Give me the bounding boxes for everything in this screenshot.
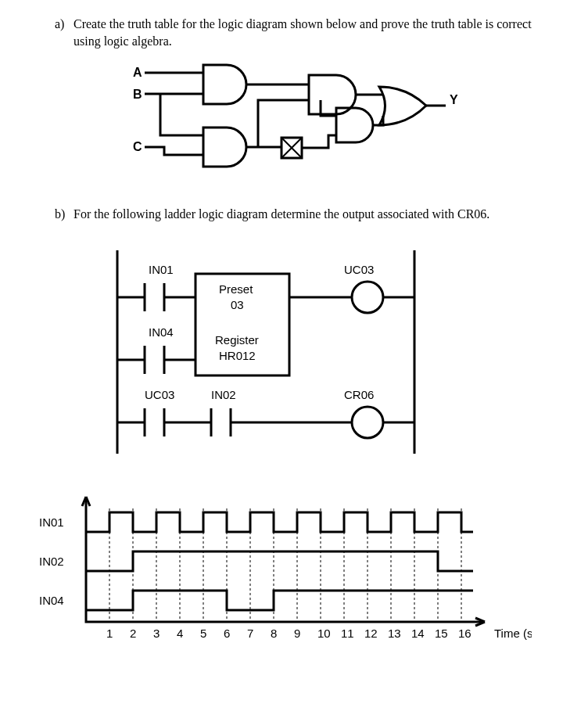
x-tick: 12 bbox=[364, 627, 378, 640]
contact-icon bbox=[145, 283, 164, 311]
x-tick: 8 bbox=[271, 627, 277, 640]
wire bbox=[145, 147, 203, 155]
x-tick: 2 bbox=[130, 627, 136, 640]
wire bbox=[302, 135, 336, 148]
timing-diagram: IN01 IN02 IN04 Time (s) 1234567891011121… bbox=[31, 489, 557, 645]
axis bbox=[86, 497, 485, 622]
waveform-IN04 bbox=[86, 591, 473, 610]
and-gate-icon bbox=[203, 128, 246, 167]
ladder-diagram-svg: IN01 Preset 03 Register HR012 IN04 UC03 … bbox=[102, 242, 430, 462]
or-gate-icon bbox=[379, 87, 426, 125]
preset-value: 03 bbox=[231, 298, 244, 311]
grid-dashed bbox=[109, 508, 461, 622]
preset-label: Preset bbox=[219, 282, 253, 296]
signal-label: IN01 bbox=[39, 515, 64, 529]
waveform-IN02 bbox=[86, 551, 473, 571]
wire bbox=[160, 94, 203, 135]
input-C-label: C bbox=[133, 140, 142, 153]
coil-label: CR06 bbox=[344, 388, 374, 401]
coil-icon bbox=[352, 407, 383, 438]
contact-icon bbox=[145, 408, 164, 436]
x-tick: 16 bbox=[458, 627, 471, 640]
question-b-label: b) bbox=[55, 206, 74, 223]
x-tick: 7 bbox=[247, 627, 253, 640]
x-tick: 1 bbox=[106, 627, 113, 640]
x-tick: 3 bbox=[153, 627, 160, 640]
register-value: HR012 bbox=[219, 349, 256, 362]
x-tick: 6 bbox=[224, 627, 230, 640]
question-a-text: Create the truth table for the logic dia… bbox=[74, 16, 557, 49]
coil-icon bbox=[352, 282, 383, 313]
contact-label: IN02 bbox=[211, 388, 236, 401]
coil-label: UC03 bbox=[344, 263, 374, 276]
output-Y-label: Y bbox=[450, 93, 458, 106]
question-b: b) For the following ladder logic diagra… bbox=[55, 206, 557, 223]
x-tick: 14 bbox=[411, 627, 425, 640]
not-gate-icon bbox=[281, 138, 302, 158]
input-B-label: B bbox=[133, 88, 142, 101]
x-tick-labels: 12345678910111213141516 bbox=[106, 627, 471, 640]
contact-label: IN01 bbox=[149, 263, 174, 276]
x-tick: 9 bbox=[294, 627, 300, 640]
x-tick: 5 bbox=[200, 627, 206, 640]
question-a: a) Create the truth table for the logic … bbox=[55, 16, 557, 49]
contact-label: UC03 bbox=[145, 388, 174, 401]
question-a-label: a) bbox=[55, 16, 74, 33]
contact-icon bbox=[211, 408, 231, 436]
contact-icon bbox=[145, 346, 164, 374]
x-tick: 15 bbox=[435, 627, 448, 640]
x-tick: 11 bbox=[341, 627, 354, 640]
register-label: Register bbox=[215, 333, 259, 347]
x-tick: 13 bbox=[388, 627, 401, 640]
logic-diagram-svg: A B C bbox=[117, 61, 461, 186]
and-gate-icon bbox=[203, 65, 246, 104]
timing-diagram-svg: IN01 IN02 IN04 Time (s) 1234567891011121… bbox=[31, 489, 532, 645]
question-b-text: For the following ladder logic diagram d… bbox=[74, 206, 557, 223]
ladder-diagram: IN01 Preset 03 Register HR012 IN04 UC03 … bbox=[102, 242, 557, 462]
signal-label: IN04 bbox=[39, 594, 64, 607]
waveform-IN01 bbox=[86, 512, 473, 532]
x-axis-label: Time (s) bbox=[494, 627, 532, 640]
x-tick: 10 bbox=[317, 627, 331, 640]
contact-label: IN04 bbox=[149, 325, 174, 339]
logic-diagram: A B C bbox=[117, 61, 557, 186]
x-tick: 4 bbox=[177, 627, 183, 640]
input-A-label: A bbox=[133, 66, 142, 79]
signal-label: IN02 bbox=[39, 555, 64, 568]
